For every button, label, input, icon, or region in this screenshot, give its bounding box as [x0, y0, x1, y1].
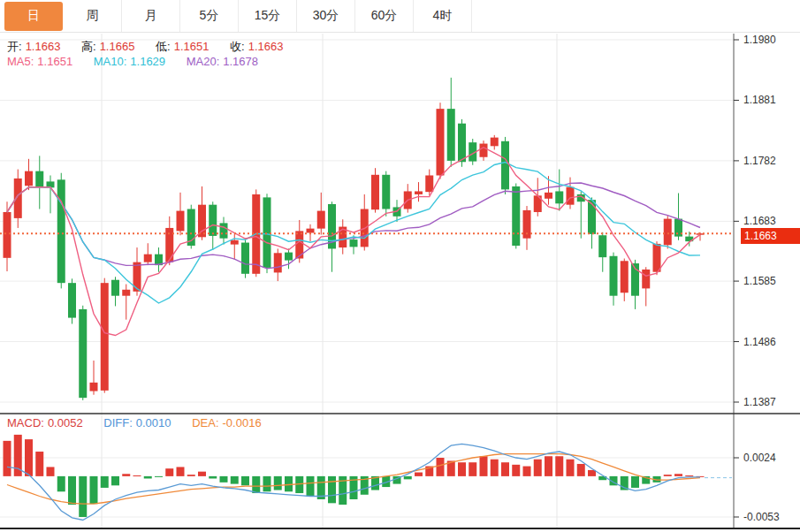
- ma20-line: [7, 183, 700, 269]
- ohlc-legend: 开:1.1663 高:1.1665 低:1.1651 收:1.1663: [7, 39, 286, 55]
- candlestick-chart-canvas[interactable]: 1.19801.18811.17821.16831.15851.14861.13…: [0, 0, 800, 532]
- macd-histogram: [4, 435, 705, 517]
- svg-text:0.0024: 0.0024: [743, 452, 776, 464]
- low-label: 低:: [156, 40, 171, 53]
- svg-text:1.1881: 1.1881: [743, 94, 776, 106]
- macd-value: 0.0052: [48, 416, 83, 429]
- ma10-label: MA10:: [94, 55, 127, 68]
- svg-text:1.1585: 1.1585: [743, 275, 776, 287]
- svg-text:1.1683: 1.1683: [743, 215, 776, 227]
- ma20-label: MA20:: [187, 55, 220, 68]
- diff-value: 0.0010: [136, 416, 171, 429]
- open-value: 1.1663: [26, 40, 61, 53]
- close-value: 1.1663: [248, 40, 284, 53]
- open-label: 开:: [7, 40, 22, 53]
- high-value: 1.1665: [100, 40, 135, 53]
- close-label: 收:: [230, 40, 245, 53]
- ma10-value: 1.1629: [130, 55, 165, 68]
- macd-legend: MACD:0.0052 DIFF:0.0010 DEA:-0.0016: [7, 416, 265, 429]
- svg-text:1.1387: 1.1387: [743, 396, 776, 408]
- svg-text:1.1980: 1.1980: [743, 34, 776, 46]
- candles-layer: [4, 78, 705, 400]
- ma-legend: MA5:1.1651 MA10:1.1629 MA20:1.1678: [7, 55, 262, 68]
- macd-label: MACD:: [7, 416, 44, 429]
- diff-label: DIFF:: [103, 416, 133, 429]
- kline-app: 日周月5分15分30分60分4时 1.19801.18811.17821.168…: [0, 0, 800, 532]
- high-label: 高:: [81, 40, 96, 53]
- dea-label: DEA:: [192, 416, 218, 429]
- ma5-label: MA5:: [7, 55, 34, 68]
- price-axis-labels: 1.19801.18811.17821.16831.15851.14861.13…: [734, 34, 780, 523]
- svg-text:-0.0053: -0.0053: [743, 511, 780, 523]
- svg-text:1.1782: 1.1782: [743, 155, 776, 167]
- ma20-value: 1.1678: [223, 55, 258, 68]
- current-price-badge: 1.1663: [741, 228, 800, 244]
- ma5-value: 1.1651: [37, 55, 72, 68]
- low-value: 1.1651: [174, 40, 210, 53]
- dea-value: -0.0016: [223, 416, 262, 429]
- svg-text:1.1486: 1.1486: [743, 336, 776, 348]
